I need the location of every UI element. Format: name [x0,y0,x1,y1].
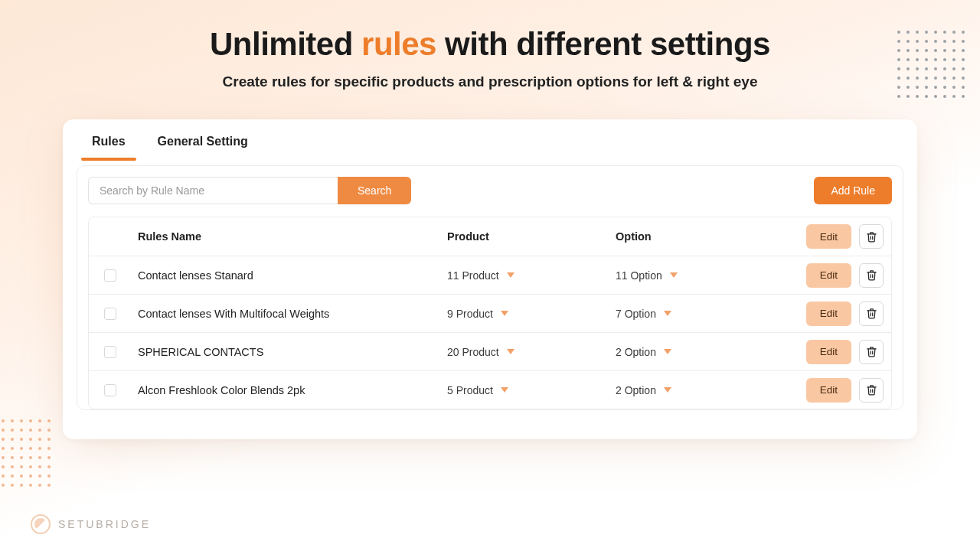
brand-name: SETUBRIDGE [58,518,151,530]
rules-panel: Search Add Rule Rules Name Product Optio… [77,165,903,410]
table-row: SPHERICAL CONTACTS 20 Product 2 Option E… [89,332,891,370]
option-count: 2 Option [616,346,656,358]
delete-button[interactable] [859,302,884,326]
option-count: 11 Option [616,269,662,282]
rule-name: Contact lenses With Multifocal Weights [132,308,447,320]
product-count: 5 Product [447,384,493,396]
product-cell[interactable]: 5 Product [447,384,616,396]
footer-brand: SETUBRIDGE [31,514,151,534]
option-count: 7 Option [616,308,656,320]
row-checkbox[interactable] [89,384,132,396]
search-button[interactable]: Search [338,177,411,204]
title-post: with different settings [436,26,770,62]
rules-table: Rules Name Product Option Edit Contact l… [88,217,892,409]
product-count: 11 Product [447,269,499,282]
trash-icon [866,308,877,319]
brand-logo-icon [31,514,51,534]
row-checkbox[interactable] [89,269,132,282]
rule-name: Contact lenses Stanard [132,269,447,282]
search-wrap: Search [88,177,411,204]
delete-button[interactable] [859,340,884,364]
caret-down-icon [507,349,514,354]
header-name: Rules Name [132,230,447,243]
table-row: Contact lenses Stanard 11 Product 11 Opt… [89,256,891,294]
caret-down-icon [670,272,678,278]
product-count: 20 Product [447,346,499,358]
delete-button[interactable] [859,378,884,403]
caret-down-icon [664,349,671,354]
delete-button[interactable] [859,224,884,249]
tab-general-setting[interactable]: General Setting [155,135,251,159]
header-actions: Edit [761,224,884,249]
product-cell[interactable]: 11 Product [447,269,616,282]
caret-down-icon [507,272,514,278]
option-cell[interactable]: 7 Option [616,308,761,320]
toolbar: Search Add Rule [88,177,892,204]
row-actions: Edit [761,340,884,364]
title-pre: Unlimited [210,26,361,62]
edit-button[interactable]: Edit [806,263,851,288]
row-actions: Edit [761,263,884,288]
title-accent: rules [361,26,436,62]
main-card: Rules General Setting Search Add Rule Ru… [63,119,917,439]
page-title: Unlimited rules with different settings [0,26,980,63]
edit-button[interactable]: Edit [806,378,851,403]
page-heading: Unlimited rules with different settings … [0,0,980,90]
page-subtitle: Create rules for specific products and p… [0,73,980,90]
row-actions: Edit [761,378,884,403]
caret-down-icon [664,387,671,393]
option-cell[interactable]: 2 Option [616,346,761,358]
rule-name: Alcon Freshlook Color Blends 2pk [132,384,447,396]
row-checkbox[interactable] [89,346,132,358]
trash-icon [866,346,877,357]
product-cell[interactable]: 9 Product [447,308,616,320]
row-checkbox[interactable] [89,308,132,320]
add-rule-button[interactable]: Add Rule [814,177,892,204]
table-row: Contact lenses With Multifocal Weights 9… [89,294,891,332]
caret-down-icon [501,387,508,393]
tab-bar: Rules General Setting [63,119,917,159]
caret-down-icon [664,311,671,316]
row-actions: Edit [761,302,884,326]
edit-button[interactable]: Edit [806,302,851,326]
trash-icon [866,384,877,396]
header-option: Option [616,230,761,243]
table-row: Alcon Freshlook Color Blends 2pk 5 Produ… [89,370,891,409]
header-checkbox-cell [89,230,132,243]
trash-icon [866,269,877,281]
table-header-row: Rules Name Product Option Edit [89,217,891,256]
decorative-dots-bl [2,419,52,488]
trash-icon [866,231,877,243]
delete-button[interactable] [859,263,884,288]
product-cell[interactable]: 20 Product [447,346,616,358]
edit-button[interactable]: Edit [806,224,851,249]
tab-rules[interactable]: Rules [89,135,129,159]
option-cell[interactable]: 11 Option [616,269,761,282]
caret-down-icon [501,311,508,316]
header-product: Product [447,230,616,243]
search-input[interactable] [88,177,338,204]
product-count: 9 Product [447,308,493,320]
rule-name: SPHERICAL CONTACTS [132,346,447,358]
edit-button[interactable]: Edit [806,340,851,364]
option-count: 2 Option [616,384,656,396]
option-cell[interactable]: 2 Option [616,384,761,396]
